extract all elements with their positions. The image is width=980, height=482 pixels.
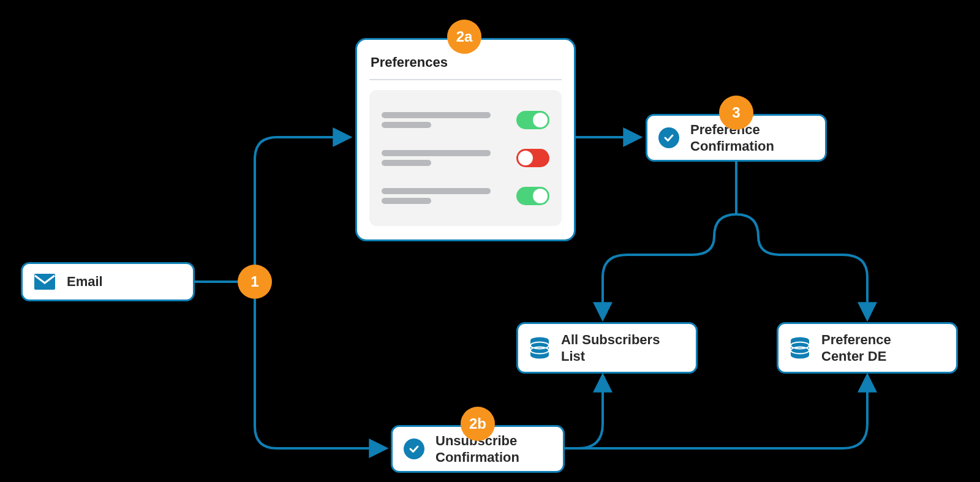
badge-1-label: 1	[251, 273, 258, 290]
placeholder-lines	[382, 146, 500, 170]
database-icon	[529, 337, 550, 359]
toggle-off-icon	[516, 149, 549, 167]
node-email: Email	[21, 262, 195, 301]
badge-2b: 2b	[461, 407, 495, 441]
preference-row	[382, 177, 549, 215]
placeholder-lines	[382, 108, 500, 132]
node-all-subscribers-label: All Subscribers List	[561, 331, 660, 365]
email-icon	[34, 273, 56, 290]
badge-3-label: 3	[732, 104, 740, 121]
node-email-label: Email	[67, 273, 103, 290]
preferences-title: Preferences	[369, 51, 562, 80]
toggle-on-icon	[516, 111, 549, 129]
badge-3: 3	[719, 96, 753, 130]
badge-2b-label: 2b	[469, 415, 486, 432]
preference-row	[382, 139, 549, 177]
placeholder-lines	[382, 184, 500, 208]
svg-rect-0	[34, 274, 55, 290]
node-preference-center-de-label: Preference Center DE	[821, 331, 891, 365]
database-icon	[790, 337, 810, 359]
node-preferences: Preferences	[355, 38, 576, 241]
check-icon	[658, 127, 679, 148]
node-preference-center-de: Preference Center DE	[777, 322, 958, 374]
badge-1: 1	[238, 265, 272, 299]
check-icon	[404, 439, 424, 459]
badge-2a-label: 2a	[456, 28, 473, 45]
preference-row	[382, 101, 549, 139]
toggle-on-icon	[516, 187, 549, 205]
node-all-subscribers-list: All Subscribers List	[516, 322, 698, 374]
diagram-stage: Email 1 Preferences	[0, 0, 980, 482]
preferences-body	[369, 90, 562, 226]
badge-2a: 2a	[447, 20, 481, 54]
